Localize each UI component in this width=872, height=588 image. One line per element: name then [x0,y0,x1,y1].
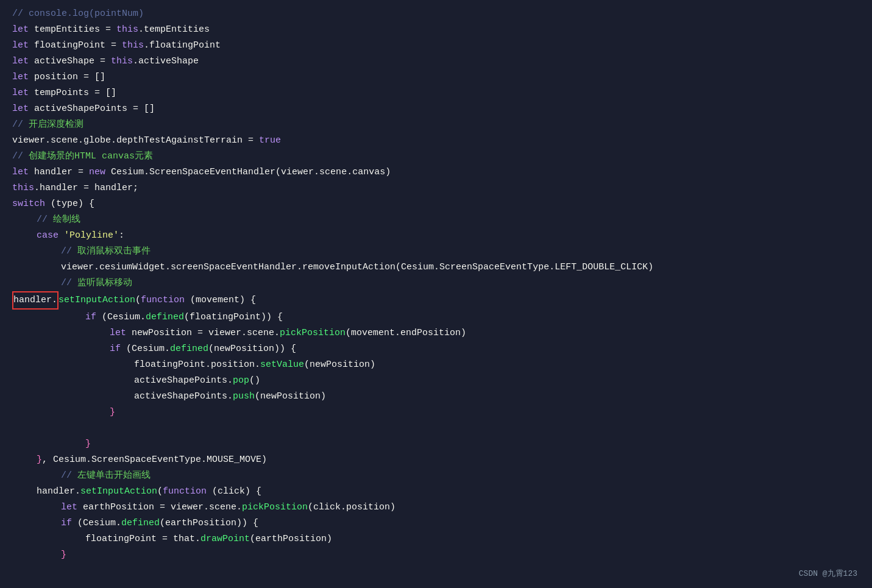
attribution-label: CSDN @九霄123 [799,568,857,581]
code-token: // 左键单击开始画线 [61,469,151,483]
code-token: .floatingPoint [144,38,221,53]
code-token: pickPosition [242,500,308,515]
code-token: (click) { [207,484,261,499]
code-token: (Cesium. [121,342,170,356]
code-token: drawPoint [200,532,250,547]
code-line: let activeShape = this.activeShape [0,54,872,69]
code-line: let tempPoints = [] [0,85,872,101]
code-token: function [163,484,207,499]
code-token: let [12,38,29,53]
code-token: floatingPoint.position. [134,358,260,372]
code-token: // 绘制线 [37,213,80,227]
code-token: (floatingPoint)) { [184,310,283,325]
code-token: this [111,54,133,69]
code-token: .tempEntities [138,23,210,37]
code-token: let [12,23,29,37]
code-token: setValue [260,358,304,372]
code-token: defined [146,310,184,325]
code-line: let activeShapePoints = [] [0,101,872,117]
code-token: this [116,23,138,37]
code-line: activeShapePoints.push(newPosition) [0,389,872,405]
code-token: .handler = handler; [34,181,138,196]
code-line: this.handler = handler; [0,180,872,196]
code-token: if [85,310,96,325]
code-token: activeShapePoints. [134,374,233,388]
code-line: // 开启深度检测 [0,117,872,133]
code-token: pickPosition [280,326,346,341]
code-token: setInputAction [58,293,135,308]
code-token: (Cesium. [72,516,121,531]
code-line: if (Cesium.defined(earthPosition)) { [0,515,872,531]
code-token: new [89,165,105,180]
code-token [58,228,64,243]
code-token: (movement) { [185,293,256,308]
code-token: let [12,54,29,69]
code-line: // 左键单击开始画线 [0,468,872,484]
code-token: (earthPosition) [250,532,332,547]
code-token: // 取消鼠标双击事件 [61,244,151,259]
code-line: handler.setInputAction(function (click) … [0,484,872,500]
code-token: () [249,374,260,388]
code-line: if (Cesium.defined(floatingPoint)) { [0,310,872,325]
code-line: let position = [] [0,69,872,85]
code-token: .activeShape [133,54,199,69]
code-token: activeShape = [29,54,111,69]
code-line: // 监听鼠标移动 [0,275,872,291]
code-line: let handler = new Cesium.ScreenSpaceEven… [0,165,872,180]
code-token: floatingPoint = that. [85,532,200,547]
code-token: // 开启深度检测 [12,118,83,132]
code-token: ( [157,484,163,499]
code-token: (newPosition) [304,358,375,372]
code-token: earthPosition = viewer.scene. [77,500,242,515]
code-token: if [110,342,121,356]
code-token: : [119,228,124,243]
code-line: handler.setInputAction(function (movemen… [0,291,872,310]
code-token: tempEntities = [29,23,116,37]
code-token: function [141,293,185,308]
code-token: let [12,70,29,85]
code-token: this [12,181,34,196]
code-token: position = [] [29,70,105,85]
code-line: let floatingPoint = this.floatingPoint [0,38,872,54]
code-token: switch [12,197,45,211]
code-token: defined [121,516,160,531]
code-token: ( [135,293,141,308]
code-token: let [12,86,29,101]
code-line: } [0,436,872,452]
code-line [0,420,872,436]
code-token: newPosition = viewer.scene. [126,326,280,341]
code-line: if (Cesium.defined(newPosition)) { [0,341,872,357]
code-line: } [0,405,872,420]
code-line: floatingPoint.position.setValue(newPosit… [0,357,872,373]
code-line: }, Cesium.ScreenSpaceEventType.MOUSE_MOV… [0,452,872,468]
code-token: 'Polyline' [64,228,119,243]
code-line: activeShapePoints.pop() [0,373,872,389]
code-token: (type) { [45,197,94,211]
code-token: true [259,133,281,148]
code-token: viewer.cesiumWidget.screenSpaceEventHand… [61,260,653,275]
code-line: // console.log(pointNum) [0,6,872,22]
code-token: let [110,326,126,341]
code-token: (newPosition)) { [208,342,296,356]
code-line: viewer.scene.globe.depthTestAgainstTerra… [0,133,872,149]
code-token: activeShapePoints. [134,389,233,404]
code-line: // 取消鼠标双击事件 [0,244,872,260]
code-line: viewer.cesiumWidget.screenSpaceEventHand… [0,260,872,275]
code-token: (earthPosition)) { [160,516,258,531]
code-token: } [110,405,115,420]
code-token: Cesium.ScreenSpaceEventHandler(viewer.sc… [105,165,391,180]
code-token: } [37,453,42,467]
code-token: let [12,102,29,116]
code-token: (click.position) [308,500,395,515]
code-token: } [85,437,91,452]
code-line: let earthPosition = viewer.scene.pickPos… [0,500,872,515]
code-token: push [233,389,255,404]
code-line: // 创建场景的HTML canvas元素 [0,149,872,165]
code-line: switch (type) { [0,196,872,212]
code-token: floatingPoint = [29,38,122,53]
code-token: // console.log(pointNum) [12,7,144,21]
code-token: pop [233,374,249,388]
code-token: if [61,516,72,531]
code-token: } [61,548,66,562]
code-token: , Cesium.ScreenSpaceEventType.MOUSE_MOVE… [42,453,267,467]
